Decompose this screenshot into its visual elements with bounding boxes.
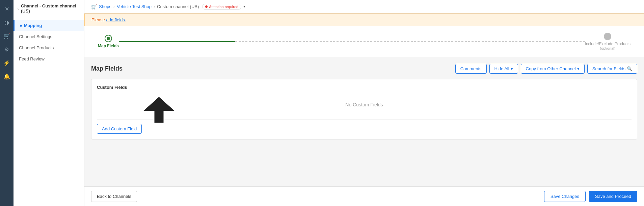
divider (97, 120, 632, 120)
back-label: Back to Channels (97, 194, 131, 199)
add-custom-field-button[interactable]: Add Custom Field (97, 124, 142, 134)
step2-circle (604, 33, 611, 40)
hide-all-label: Hide All (494, 66, 509, 71)
icon-bar: ✕ ◑ 🛒 ⚙ ⚡ 🔔 (0, 0, 14, 206)
sidebar-nav: Mapping Channel Settings Channel Product… (14, 17, 84, 67)
sidebar-title: Channel - Custom channel (US) (21, 3, 80, 14)
cart-breadcrumb-icon: 🛒 (91, 4, 97, 9)
copy-from-other-channel-button[interactable]: Copy from Other Channel ▾ (521, 64, 585, 74)
attention-label: Attention required (209, 5, 238, 9)
step2-sublabel: (optional) (600, 46, 615, 50)
no-custom-fields-message: No Custom Fields (97, 94, 632, 115)
alert-link[interactable]: add fields. (106, 17, 126, 22)
map-fields-actions: Comments Hide All ▾ Copy from Other Chan… (455, 64, 637, 74)
comments-label: Comments (460, 66, 482, 71)
search-icon: 🔍 (627, 66, 632, 71)
copy-channel-label: Copy from Other Channel (526, 66, 576, 71)
active-dot (20, 25, 22, 27)
back-to-channels-button[interactable]: Back to Channels (91, 191, 137, 202)
custom-fields-box: Custom Fields No Custom Fields Add Custo… (91, 79, 637, 139)
analytics-icon[interactable]: ◑ (1, 16, 13, 28)
sidebar-item-channel-products[interactable]: Channel Products (14, 42, 84, 53)
progress-section: Map Fields Include/Exclude Products (opt… (84, 26, 644, 57)
content-area: Please add fields. Map Fields Include/Ex… (84, 14, 644, 186)
sidebar: ‹ Channel - Custom channel (US) Mapping … (14, 0, 84, 206)
footer-bar: Back to Channels Save Changes Save and P… (84, 186, 644, 206)
step1-circle (105, 35, 112, 42)
search-for-fields-button[interactable]: Search for Fields 🔍 (587, 64, 637, 74)
sidebar-item-mapping[interactable]: Mapping (14, 20, 84, 31)
breadcrumb-shops[interactable]: Shops (99, 4, 111, 9)
sidebar-item-channel-settings[interactable]: Channel Settings (14, 31, 84, 42)
map-fields-section: Map Fields Comments Hide All ▾ Copy from… (84, 57, 644, 186)
footer-right: Save Changes Save and Proceed (544, 191, 637, 202)
save-and-proceed-button[interactable]: Save and Proceed (589, 191, 637, 202)
custom-fields-label: Custom Fields (97, 85, 632, 90)
cart-icon[interactable]: 🛒 (1, 30, 13, 42)
step-line-pending (235, 41, 585, 42)
header-chevron-icon[interactable]: ▾ (243, 4, 245, 9)
main-content: 🛒 Shops › Vehicle Test Shop › Custom cha… (84, 0, 644, 206)
top-header: 🛒 Shops › Vehicle Test Shop › Custom cha… (84, 0, 644, 14)
settings-icon[interactable]: ⚙ (1, 43, 13, 55)
step1-circle-inner (107, 37, 110, 40)
step1-container: Map Fields (98, 35, 119, 48)
sidebar-item-channel-settings-label: Channel Settings (19, 34, 52, 39)
breadcrumb-current: Custom channel (US) (157, 4, 199, 9)
alert-message-prefix: Please (91, 17, 106, 22)
close-icon[interactable]: ✕ (1, 3, 13, 15)
map-fields-title: Map Fields (91, 65, 123, 72)
step-line-completed (119, 41, 235, 42)
attention-badge: Attention required (202, 4, 241, 10)
sidebar-item-channel-products-label: Channel Products (19, 45, 54, 50)
progress-track: Map Fields Include/Exclude Products (opt… (98, 33, 630, 50)
sidebar-item-mapping-label: Mapping (24, 23, 42, 28)
breadcrumb-sep-2: › (154, 4, 155, 9)
map-fields-header: Map Fields Comments Hide All ▾ Copy from… (91, 64, 637, 74)
step2-container: Include/Exclude Products (optional) (585, 33, 630, 50)
breadcrumb-vehicle-test-shop[interactable]: Vehicle Test Shop (117, 4, 152, 9)
sidebar-item-feed-review[interactable]: Feed Review (14, 53, 84, 65)
save-changes-label: Save Changes (551, 194, 579, 199)
attention-dot (205, 5, 208, 8)
step2-label: Include/Exclude Products (585, 42, 630, 46)
hide-all-chevron-icon: ▾ (511, 66, 513, 71)
sidebar-header[interactable]: ‹ Channel - Custom channel (US) (14, 0, 84, 17)
breadcrumb-sep-1: › (113, 4, 115, 9)
sidebar-item-feed-review-label: Feed Review (19, 56, 45, 61)
integrations-icon[interactable]: ⚡ (1, 57, 13, 69)
step1-label: Map Fields (98, 44, 119, 48)
comments-button[interactable]: Comments (455, 64, 487, 74)
save-changes-button[interactable]: Save Changes (544, 191, 586, 202)
search-for-fields-label: Search for Fields (592, 66, 625, 71)
alert-bar: Please add fields. (84, 14, 644, 26)
hide-all-button[interactable]: Hide All ▾ (489, 64, 518, 74)
save-and-proceed-label: Save and Proceed (595, 194, 631, 199)
notifications-icon[interactable]: 🔔 (1, 70, 13, 82)
add-custom-field-label: Add Custom Field (102, 126, 137, 131)
sidebar-back-arrow: ‹ (18, 6, 19, 11)
copy-chevron-icon: ▾ (577, 66, 580, 71)
